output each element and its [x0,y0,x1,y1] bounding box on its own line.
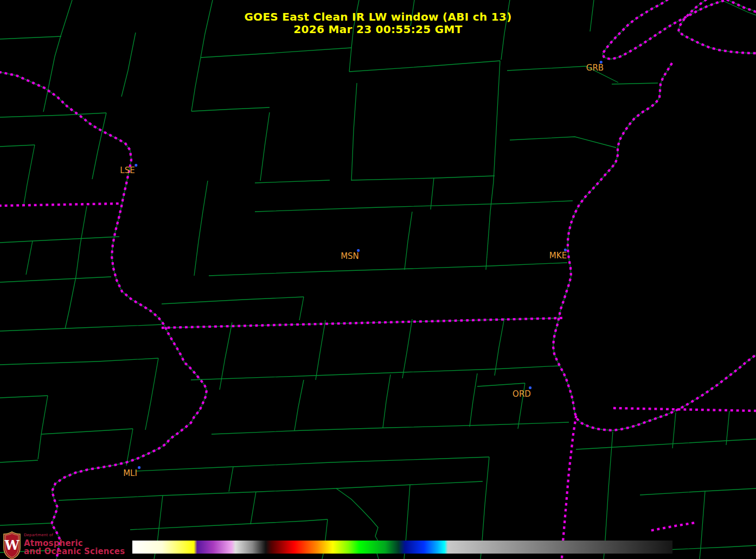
map-canvas [0,0,756,559]
station-label-LSE: LSE [120,166,134,175]
station-code: GRB [586,63,604,73]
uw-aos-branding: W Department of Atmospheric and Oceanic … [3,531,125,559]
satellite-image-viewport: GOES East Clean IR LW window (ABI ch 13)… [0,0,756,559]
title-line-1: GOES East Clean IR LW window (ABI ch 13) [0,11,756,23]
svg-text:W: W [4,537,20,553]
uw-crest-logo: W [3,531,21,559]
station-code: LSE [120,166,134,175]
station-code: MLI [123,468,137,478]
station-label-GRB: GRB [586,63,604,73]
image-title: GOES East Clean IR LW window (ABI ch 13)… [0,11,756,36]
station-code: MSN [341,251,359,261]
station-code: ORD [512,389,531,399]
department-line-2: and Oceanic Sciences [24,548,125,556]
temperature-colorbar [132,541,672,554]
station-dot [138,466,140,469]
station-dot [529,386,531,389]
station-label-MKE: MKE [549,251,567,261]
station-dot [134,164,137,167]
station-label-MLI: MLI [123,468,137,478]
station-code: MKE [549,251,567,261]
station-label-MSN: MSN [341,251,359,261]
station-dot [600,61,603,63]
station-dot [357,249,360,252]
station-label-ORD: ORD [512,389,531,399]
title-line-2: 2026 Mar 23 00:55:25 GMT [0,23,756,36]
department-name: Department of Atmospheric and Oceanic Sc… [24,531,125,556]
station-dot [564,249,567,251]
